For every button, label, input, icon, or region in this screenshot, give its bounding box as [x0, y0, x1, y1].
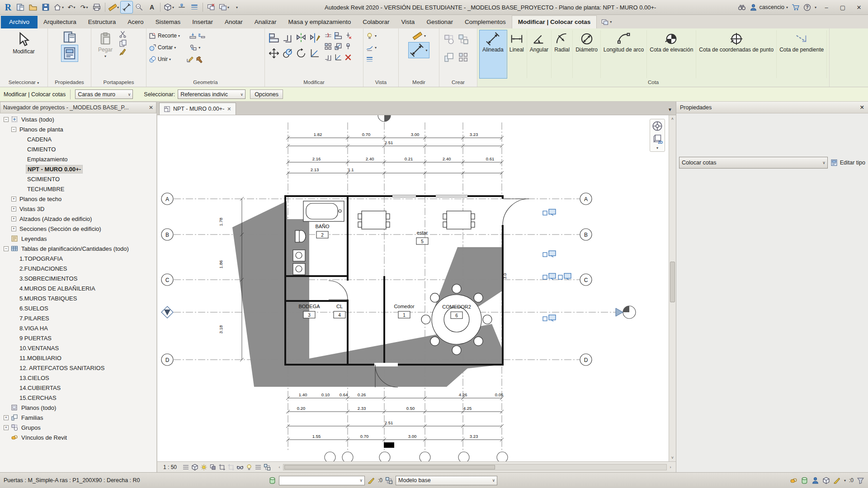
hscroll-thumb[interactable] [284, 465, 495, 469]
zoom-2d-icon[interactable]: 2D [652, 133, 663, 144]
expand-icon[interactable]: + [4, 415, 9, 420]
dimension-value[interactable]: 2.13 [311, 167, 319, 172]
dimension-button-longitud-de-arco[interactable]: Longitud de arco [601, 30, 647, 78]
dimension-value[interactable]: 0.05 [495, 392, 504, 397]
dimension-value[interactable]: 1.78 [218, 218, 223, 226]
tree-item-scimiento[interactable]: SCIMIENTO [0, 174, 156, 184]
worksets-dropdown[interactable]: ∨ [279, 476, 365, 485]
dimension-value[interactable]: 0.10 [321, 392, 330, 397]
cut-profile-icon[interactable] [366, 56, 373, 63]
measure-button[interactable]: ▾ [108, 1, 120, 13]
dimension-value[interactable]: 3.18 [218, 325, 223, 334]
copy-icon[interactable] [282, 48, 293, 59]
switch-windows-button[interactable]: ▾ [218, 1, 230, 13]
split-gap-icon[interactable] [334, 32, 342, 40]
copy-clipboard-icon[interactable] [119, 39, 127, 47]
close-icon[interactable]: ✕ [860, 104, 864, 111]
mirror-pick-axis-icon[interactable] [296, 33, 307, 43]
options-button[interactable]: Opciones [250, 89, 283, 99]
close-hidden-windows-button[interactable] [205, 1, 217, 13]
tree-item-2-fundaciones[interactable]: 2.FUNDACIONES [0, 263, 156, 273]
dimension-button-cota-de-pendiente[interactable]: Cota de pendiente [777, 30, 827, 78]
tree-item-cimiento[interactable]: CIMIENTO [0, 144, 156, 154]
tree-item-3-sobrecimientos[interactable]: 3.SOBRECIMIENTOS [0, 273, 156, 283]
expand-icon[interactable]: + [11, 197, 16, 202]
customize-qat-button[interactable]: ▾ [231, 1, 243, 13]
tree-item-planos-todo-[interactable]: Planos (todo) [0, 403, 156, 413]
dimension-button-radial[interactable]: Radial [552, 30, 573, 78]
dimension-button-angular[interactable]: Angular [527, 30, 552, 78]
tree-item-vistas-todo-[interactable]: −Vistas (todo) [0, 114, 156, 124]
tree-item-planos-de-planta[interactable]: −Planos de planta [0, 124, 156, 134]
ribbon-tab-sistemas[interactable]: Sistemas [150, 16, 187, 28]
scroll-up-icon[interactable]: ˄ [671, 115, 674, 122]
dimension-value[interactable]: 1.86 [218, 260, 223, 269]
viewer-link-icon[interactable] [543, 251, 556, 257]
elevation-markers[interactable] [161, 115, 636, 319]
signin-user[interactable]: cascencio ▾ [750, 4, 788, 11]
grid-bubble-number[interactable] [379, 452, 390, 461]
view-tab-list-icon[interactable]: ▼ [668, 107, 676, 115]
dimension-button-alineada[interactable]: Alineada [480, 30, 507, 78]
tag-button[interactable] [133, 1, 145, 13]
ribbon-tab-estructura[interactable]: Estructura [82, 16, 122, 28]
detail-level-icon[interactable] [182, 463, 190, 471]
visual-style-icon[interactable] [191, 463, 199, 471]
dimension-button-cota-de-coordenadas-de-punto[interactable]: Cota de coordenadas de punto [696, 30, 777, 78]
ribbon-display-toggle[interactable]: ▾ [597, 16, 616, 28]
dimension-value[interactable]: 3.00 [408, 434, 417, 439]
tree-item-emplazamiento[interactable]: Emplazamiento [0, 154, 156, 164]
hide-elements-icon[interactable] [366, 32, 373, 40]
dimension-value[interactable]: 2.33 [358, 406, 366, 411]
ribbon-tab-colaborar[interactable]: Colaborar [357, 16, 395, 28]
ribbon-tab-arquitectura[interactable]: Arquitectura [38, 16, 82, 28]
dimension-value[interactable]: 1.1 [348, 167, 354, 172]
ribbon-tab-vista[interactable]: Vista [396, 16, 421, 28]
scale-button[interactable]: 1 : 50 [159, 464, 181, 471]
tree-item-11-mobiliario[interactable]: 11.MOBILIARIO [0, 353, 156, 363]
print-button[interactable] [91, 1, 103, 13]
dimension-tool-button[interactable]: ▾ [409, 42, 429, 58]
scroll-left-icon[interactable]: ‹ [276, 465, 283, 469]
tree-item-13-cielos[interactable]: 13.CIELOS [0, 373, 156, 383]
section-button[interactable] [176, 1, 188, 13]
dimension-value[interactable]: 0.21 [405, 156, 413, 161]
expand-icon[interactable]: + [11, 226, 16, 231]
crop-view-icon[interactable] [218, 463, 226, 471]
shadows-icon[interactable] [209, 463, 217, 471]
editable-only-icon[interactable] [811, 477, 819, 484]
viewer-link-icon[interactable] [543, 315, 556, 321]
tree-item-familias[interactable]: +Familias [0, 413, 156, 422]
pick-dropdown[interactable]: Referencias indivic ∨ [178, 89, 245, 99]
trim-corner-icon[interactable] [324, 53, 332, 61]
wall-profile-icon[interactable] [189, 44, 197, 52]
placement-dropdown[interactable]: Caras de muro ∨ [75, 89, 133, 99]
type-properties-icon[interactable] [61, 45, 78, 61]
design-options-icon[interactable] [385, 477, 393, 484]
collapse-icon[interactable]: − [4, 246, 9, 251]
dimension-value[interactable]: 2.40 [443, 156, 451, 161]
ribbon-tab-anotar[interactable]: Anotar [219, 16, 249, 28]
beam-join-icon[interactable] [198, 32, 206, 40]
collapse-icon[interactable]: − [11, 127, 16, 132]
tree-item-vínculos-de-revit[interactable]: Vínculos de Revit [0, 432, 156, 442]
scroll-right-icon[interactable]: › [667, 465, 674, 469]
ribbon-tab-insertar[interactable]: Insertar [186, 16, 219, 28]
room-tag-comedor2[interactable]: COMEDOR2 [442, 304, 471, 310]
room-tag-comedor[interactable]: Comedor [394, 304, 415, 309]
dimension-button-lineal[interactable]: Lineal [507, 30, 527, 78]
dimension-value[interactable]: 4.25 [463, 406, 472, 411]
revit-logo[interactable]: R [3, 2, 14, 13]
dimension-value[interactable]: 3.0 [502, 273, 507, 279]
scale-icon[interactable] [334, 42, 342, 51]
rotate-icon[interactable] [296, 48, 307, 59]
editing-requests-icon[interactable] [368, 477, 375, 484]
tree-item-npt-muro-0-00-[interactable]: NPT - MURO 0.00+- [0, 164, 156, 174]
close-icon[interactable]: ✕ [227, 106, 231, 112]
search-icon[interactable] [738, 3, 746, 11]
join-label[interactable]: Unir [158, 56, 168, 62]
tree-item-10-ventanas[interactable]: 10.VENTANAS [0, 343, 156, 353]
pin-icon[interactable] [344, 42, 352, 51]
tree-item-4-muros-de-albañileria[interactable]: 4.MUROS DE ALBAÑILERIA [0, 283, 156, 293]
worksets-icon[interactable] [269, 477, 276, 484]
